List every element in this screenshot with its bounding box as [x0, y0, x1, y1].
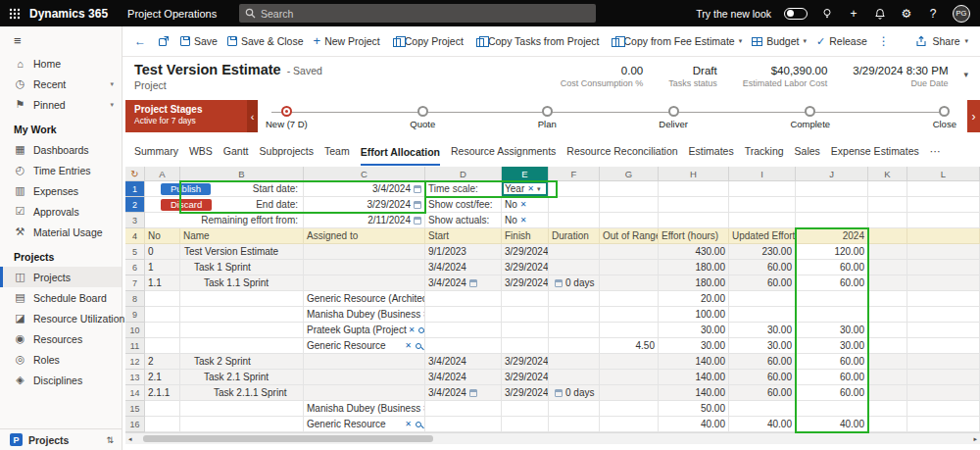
cell-K7[interactable] [868, 275, 907, 291]
cell-K16[interactable] [868, 417, 907, 432]
cell-B7[interactable]: Task 1.1 Sprint [180, 275, 304, 291]
cell-E1[interactable]: Year✕▾ [502, 181, 549, 197]
quick-create-icon[interactable]: + [847, 7, 860, 21]
cell-F3[interactable] [549, 213, 600, 228]
hamburger-menu-icon[interactable]: ≡ [0, 26, 122, 53]
clear-icon[interactable]: ✕ [527, 184, 534, 193]
cell-K12[interactable] [868, 354, 907, 370]
cell-B9[interactable] [180, 307, 304, 323]
tab-sales[interactable]: Sales [795, 145, 820, 166]
column-header-J[interactable]: J [796, 167, 868, 181]
cmdbar-copy-project[interactable]: Copy Project [385, 29, 468, 53]
cell-J7[interactable]: 60.00 [796, 275, 868, 291]
cell-I12[interactable]: 60.00 [729, 354, 796, 370]
cell-J8[interactable] [796, 291, 868, 307]
column-header-G[interactable]: G [600, 167, 659, 181]
cell-A9[interactable] [145, 307, 180, 323]
cell-D6[interactable]: 3/4/2024 [425, 260, 502, 275]
overflow-menu-icon[interactable]: ⋮ [872, 34, 896, 48]
cell-C1[interactable]: 3/4/2024 [304, 181, 425, 197]
area-switcher-chevron-icon[interactable]: ⇅ [106, 435, 122, 445]
cell-A16[interactable] [145, 417, 180, 432]
cmdbar-release[interactable]: Release [811, 29, 872, 53]
cell-I5[interactable]: 230.00 [729, 244, 796, 260]
row-header-10[interactable]: 10 [125, 323, 145, 338]
cell-J2[interactable] [796, 197, 868, 213]
cell-J15[interactable] [796, 401, 868, 417]
cmdbar-save[interactable]: Save [175, 29, 222, 53]
cell-J3[interactable] [796, 213, 868, 228]
cell-B12[interactable]: Task 2 Sprint [180, 354, 304, 370]
cell-L1[interactable] [907, 181, 980, 197]
clear-icon[interactable]: ✕ [520, 200, 527, 209]
calendar-icon[interactable] [414, 201, 421, 209]
cell-C12[interactable] [304, 354, 425, 370]
cell-D9[interactable] [425, 307, 502, 323]
cell-C16[interactable]: Generic Resource✕ [304, 417, 425, 432]
cell-J9[interactable] [796, 307, 868, 323]
sidebar-item-expenses[interactable]: ▥Expenses [0, 180, 122, 201]
cell-E10[interactable] [502, 323, 549, 338]
cell-B3[interactable]: Remaining effort from: [145, 213, 304, 228]
cell-G9[interactable] [600, 307, 659, 323]
column-header-B[interactable]: B [180, 167, 304, 181]
cell-L15[interactable] [907, 401, 980, 417]
cell-L12[interactable] [907, 354, 980, 370]
cmdbar-copy-from-fee-estimate[interactable]: Copy from Fee Estimate▾ [604, 29, 747, 53]
cell-H16[interactable]: 40.00 [659, 417, 729, 432]
cell-C15[interactable]: Manisha Dubey (Business✕ [304, 401, 425, 417]
cell-F6[interactable] [549, 260, 600, 275]
cell-J11[interactable]: 30.00 [796, 338, 868, 354]
cell-G5[interactable] [600, 244, 659, 260]
cell-H9[interactable]: 100.00 [659, 307, 729, 323]
cell-E2[interactable]: No✕ [502, 197, 549, 213]
cell-B1[interactable]: PublishStart date: [145, 181, 304, 197]
cell-I9[interactable] [729, 307, 796, 323]
cell-B5[interactable]: Test Version Estimate [180, 244, 304, 260]
cell-H13[interactable]: 140.00 [659, 370, 729, 385]
cell-G10[interactable] [600, 323, 659, 338]
cell-E16[interactable] [502, 417, 549, 432]
chevron-down-icon[interactable]: ▾ [537, 185, 541, 193]
cell-I11[interactable]: 30.00 [729, 338, 796, 354]
cell-A7[interactable]: 1.1 [145, 275, 180, 291]
row-header-9[interactable]: 9 [125, 307, 145, 323]
scrollbar-thumb[interactable] [143, 435, 433, 442]
cell-H14[interactable]: 140.00 [659, 385, 729, 401]
cell-E12[interactable]: 3/29/2024 [502, 354, 549, 370]
cell-K13[interactable] [868, 370, 907, 385]
popout-icon[interactable] [152, 35, 175, 47]
cell-C10[interactable]: Prateek Gupta (Project✕ [304, 323, 425, 338]
cell-C8[interactable]: Generic Resource (Architect✕ [304, 291, 425, 307]
cell-E3[interactable]: No✕ [502, 213, 549, 228]
cmdbar-save-close[interactable]: Save & Close [222, 29, 309, 53]
cell-G13[interactable] [600, 370, 659, 385]
cell-K11[interactable] [868, 338, 907, 354]
cell-I15[interactable] [729, 401, 796, 417]
cell-K15[interactable] [868, 401, 907, 417]
cell-H6[interactable]: 180.00 [659, 260, 729, 275]
sidebar-item-dashboards[interactable]: ▦Dashboards [0, 139, 122, 160]
cell-J1[interactable] [796, 181, 868, 197]
cell-E14[interactable]: 3/29/2024 [502, 385, 549, 401]
cell-D11[interactable] [425, 338, 502, 354]
cell-E5[interactable]: 3/29/2024 [502, 244, 549, 260]
column-header-H[interactable]: H [659, 167, 729, 181]
cell-K1[interactable] [868, 181, 907, 197]
cell-C11[interactable]: Generic Resource✕ [304, 338, 425, 354]
cmdbar-new-project[interactable]: New Project [309, 29, 385, 53]
tab-wbs[interactable]: WBS [189, 145, 213, 166]
clear-icon[interactable]: ✕ [409, 325, 416, 334]
cell-L11[interactable] [907, 338, 980, 354]
cell-F16[interactable] [549, 417, 600, 432]
discard-button[interactable]: Discard [161, 199, 212, 211]
cell-J14[interactable]: 60.00 [796, 385, 868, 401]
cell-K3[interactable] [868, 213, 907, 228]
cell-F1[interactable] [549, 181, 600, 197]
calendar-icon[interactable] [414, 185, 421, 193]
settings-gear-icon[interactable]: ⚙ [900, 7, 913, 21]
clear-icon[interactable]: ✕ [405, 420, 412, 428]
cell-F5[interactable] [549, 244, 600, 260]
tab-subprojects[interactable]: Subprojects [260, 145, 314, 166]
cell-K2[interactable] [868, 197, 907, 213]
